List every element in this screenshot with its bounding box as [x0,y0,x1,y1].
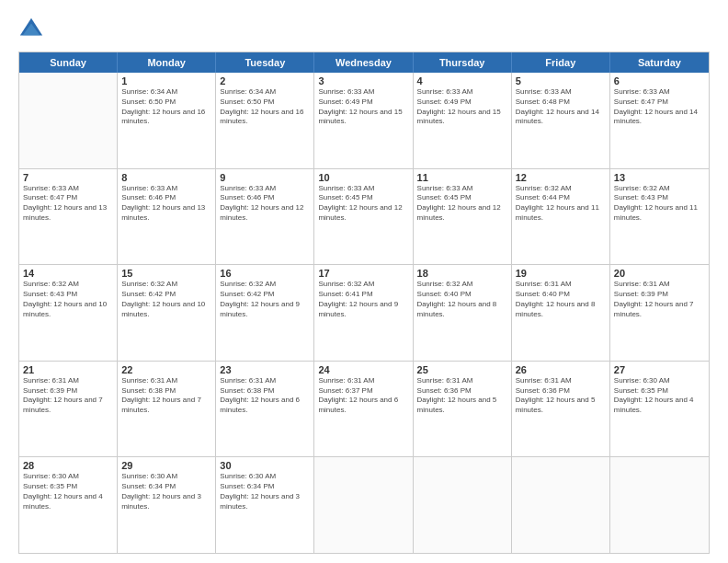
day-cell-12: 12Sunrise: 6:32 AMSunset: 6:44 PMDayligh… [512,169,610,265]
cell-info-line: Sunset: 6:50 PM [220,98,310,108]
cell-info-line: Daylight: 12 hours and 4 minutes. [614,396,705,416]
calendar-row-2: 7Sunrise: 6:33 AMSunset: 6:47 PMDaylight… [19,168,709,265]
day-cell-25: 25Sunrise: 6:31 AMSunset: 6:36 PMDayligh… [414,362,512,457]
cell-info-line: Sunset: 6:45 PM [318,193,408,203]
empty-cell [19,73,118,168]
header-day-thursday: Thursday [414,52,512,73]
cell-info-line: Sunrise: 6:31 AM [121,376,211,386]
cell-info-line: Daylight: 12 hours and 7 minutes. [23,396,113,416]
cell-info-line: Sunrise: 6:30 AM [614,376,705,386]
day-number: 7 [23,172,113,183]
cell-info-line: Daylight: 12 hours and 14 minutes. [614,108,705,128]
calendar-row-1: 1Sunrise: 6:34 AMSunset: 6:50 PMDaylight… [19,73,709,168]
day-number: 27 [614,364,705,375]
cell-info-line: Sunrise: 6:33 AM [318,184,408,194]
empty-cell [610,457,709,553]
cell-info-line: Sunrise: 6:32 AM [516,184,606,194]
cell-info-line: Daylight: 12 hours and 16 minutes. [220,108,310,128]
day-number: 17 [318,268,408,279]
cell-info-line: Daylight: 12 hours and 8 minutes. [516,300,606,320]
cell-info-line: Sunrise: 6:34 AM [121,87,211,98]
day-cell-19: 19Sunrise: 6:31 AMSunset: 6:40 PMDayligh… [512,265,610,361]
cell-info-line: Sunrise: 6:33 AM [417,87,507,98]
day-cell-29: 29Sunrise: 6:30 AMSunset: 6:34 PMDayligh… [118,457,216,553]
cell-info-line: Sunset: 6:50 PM [121,98,211,108]
cell-info-line: Daylight: 12 hours and 12 minutes. [417,203,507,224]
cell-info-line: Sunset: 6:47 PM [23,193,113,203]
cell-info-line: Sunset: 6:45 PM [417,193,507,203]
day-number: 18 [417,268,507,279]
cell-info-line: Sunrise: 6:30 AM [121,472,211,482]
cell-info-line: Sunset: 6:40 PM [417,290,507,300]
header [18,17,710,42]
cell-info-line: Sunset: 6:44 PM [516,193,606,203]
cell-info-line: Sunset: 6:38 PM [220,386,310,396]
day-cell-23: 23Sunrise: 6:31 AMSunset: 6:38 PMDayligh… [216,362,314,457]
header-day-sunday: Sunday [19,52,118,73]
cell-info-line: Sunrise: 6:32 AM [614,184,705,194]
header-day-friday: Friday [512,52,610,73]
cell-info-line: Sunset: 6:40 PM [516,290,606,300]
day-number: 21 [23,364,113,375]
day-cell-27: 27Sunrise: 6:30 AMSunset: 6:35 PMDayligh… [610,362,709,457]
day-cell-1: 1Sunrise: 6:34 AMSunset: 6:50 PMDaylight… [118,73,216,168]
day-number: 22 [121,364,211,375]
day-cell-18: 18Sunrise: 6:32 AMSunset: 6:40 PMDayligh… [414,265,512,361]
cell-info-line: Daylight: 12 hours and 6 minutes. [220,396,310,416]
day-cell-16: 16Sunrise: 6:32 AMSunset: 6:42 PMDayligh… [216,265,314,361]
day-number: 4 [417,75,507,86]
cell-info-line: Sunrise: 6:33 AM [220,184,310,194]
cell-info-line: Sunrise: 6:31 AM [516,280,606,290]
cell-info-line: Sunrise: 6:32 AM [23,280,113,290]
day-cell-3: 3Sunrise: 6:33 AMSunset: 6:49 PMDaylight… [314,73,413,168]
cell-info-line: Daylight: 12 hours and 14 minutes. [516,108,606,128]
calendar-row-4: 21Sunrise: 6:31 AMSunset: 6:39 PMDayligh… [19,361,709,457]
calendar-header: SundayMondayTuesdayWednesdayThursdayFrid… [19,52,709,73]
day-number: 26 [516,364,606,375]
day-number: 24 [318,364,408,375]
day-cell-10: 10Sunrise: 6:33 AMSunset: 6:45 PMDayligh… [314,169,413,265]
day-number: 29 [121,460,211,471]
logo [18,17,46,42]
day-number: 14 [23,268,113,279]
cell-info-line: Sunrise: 6:31 AM [417,376,507,386]
cell-info-line: Daylight: 12 hours and 11 minutes. [516,203,606,224]
cell-info-line: Daylight: 12 hours and 3 minutes. [121,492,211,512]
cell-info-line: Sunrise: 6:33 AM [121,184,211,194]
cell-info-line: Sunrise: 6:31 AM [23,376,113,386]
day-number: 23 [220,364,310,375]
cell-info-line: Daylight: 12 hours and 12 minutes. [220,203,310,224]
header-day-wednesday: Wednesday [314,52,413,73]
cell-info-line: Sunrise: 6:31 AM [318,376,408,386]
cell-info-line: Sunrise: 6:31 AM [516,376,606,386]
cell-info-line: Daylight: 12 hours and 7 minutes. [614,300,705,320]
cell-info-line: Sunset: 6:41 PM [318,290,408,300]
day-number: 10 [318,172,408,183]
day-number: 16 [220,268,310,279]
day-number: 2 [220,75,310,86]
day-cell-26: 26Sunrise: 6:31 AMSunset: 6:36 PMDayligh… [512,362,610,457]
cell-info-line: Sunset: 6:34 PM [220,482,310,492]
cell-info-line: Sunrise: 6:30 AM [220,472,310,482]
cell-info-line: Daylight: 12 hours and 9 minutes. [220,300,310,320]
cell-info-line: Sunrise: 6:32 AM [318,280,408,290]
cell-info-line: Sunset: 6:48 PM [516,98,606,108]
day-number: 13 [614,172,705,183]
cell-info-line: Sunset: 6:43 PM [614,193,705,203]
cell-info-line: Daylight: 12 hours and 11 minutes. [614,203,705,224]
cell-info-line: Sunrise: 6:33 AM [614,87,705,98]
cell-info-line: Sunset: 6:49 PM [417,98,507,108]
cell-info-line: Sunrise: 6:31 AM [614,280,705,290]
cell-info-line: Sunrise: 6:30 AM [23,472,113,482]
cell-info-line: Sunset: 6:46 PM [220,193,310,203]
cell-info-line: Sunrise: 6:34 AM [220,87,310,98]
day-number: 15 [121,268,211,279]
header-day-monday: Monday [118,52,216,73]
empty-cell [512,457,610,553]
day-cell-14: 14Sunrise: 6:32 AMSunset: 6:43 PMDayligh… [19,265,118,361]
day-cell-6: 6Sunrise: 6:33 AMSunset: 6:47 PMDaylight… [610,73,709,168]
day-cell-5: 5Sunrise: 6:33 AMSunset: 6:48 PMDaylight… [512,73,610,168]
calendar: SundayMondayTuesdayWednesdayThursdayFrid… [18,52,710,554]
cell-info-line: Daylight: 12 hours and 5 minutes. [516,396,606,416]
day-number: 1 [121,75,211,86]
